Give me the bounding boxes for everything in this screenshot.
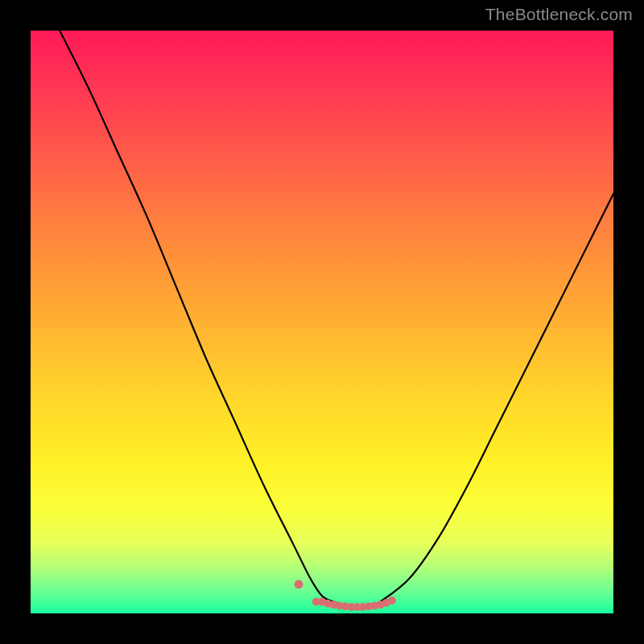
chart-area (31, 31, 613, 613)
trough-markers (295, 580, 396, 611)
bottleneck-curve-svg (31, 31, 613, 613)
trough-marker-dot (295, 580, 303, 588)
trough-marker-dot (388, 597, 396, 605)
watermark-text: TheBottleneck.com (485, 5, 633, 24)
bottleneck-curve-path (60, 31, 613, 609)
